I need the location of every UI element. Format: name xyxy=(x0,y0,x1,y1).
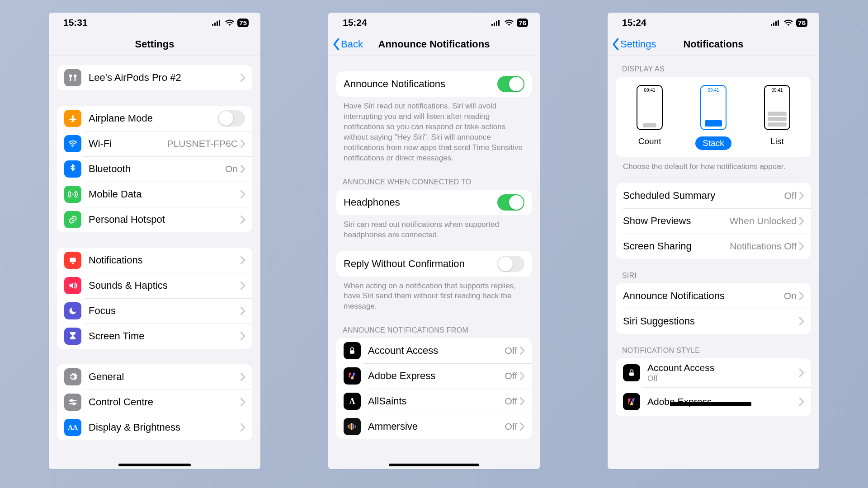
app-row-account[interactable]: Account Access Off xyxy=(336,338,532,363)
home-indicator[interactable] xyxy=(389,464,479,466)
toggle-reply[interactable] xyxy=(497,256,524,272)
battery-indicator: 76 xyxy=(796,19,807,27)
svg-rect-21 xyxy=(771,24,772,26)
settings-row-general[interactable]: General xyxy=(57,364,252,389)
row-suggest[interactable]: Siri Suggestions xyxy=(616,309,811,334)
footer-reply: When acting on a notification that suppo… xyxy=(336,277,532,314)
phone-notifications: 15:24 76 Settings Notifications DISPLAY … xyxy=(608,13,819,469)
chevron-right-icon xyxy=(241,256,245,264)
toggle-headphones[interactable] xyxy=(497,194,524,211)
chevron-right-icon xyxy=(241,282,245,290)
announce-content[interactable]: Announce Notifications Have Siri read ou… xyxy=(328,56,540,469)
row-value: When Unlocked xyxy=(730,216,797,226)
footer-display: Choose the default for how notifications… xyxy=(616,157,811,174)
wifi-icon xyxy=(64,135,81,152)
settings-row-wifi[interactable]: Wi-Fi PLUSNET-FP6C xyxy=(57,131,252,156)
back-button[interactable]: Back xyxy=(328,38,363,50)
settings-row-control[interactable]: Control Centre xyxy=(57,389,252,415)
svg-rect-16 xyxy=(348,425,349,428)
settings-row-sounds[interactable]: Sounds & Haptics xyxy=(57,273,252,298)
row-label: Lee's AirPods Pro #2 xyxy=(89,72,241,84)
display-option-count[interactable]: 09:41 Count xyxy=(637,85,663,150)
svg-rect-15 xyxy=(350,350,354,354)
toggle-announce[interactable] xyxy=(497,76,524,92)
app-sublabel: Off xyxy=(647,374,799,383)
app-icon-adobe xyxy=(623,393,640,410)
chevron-right-icon xyxy=(241,332,245,340)
back-label: Settings xyxy=(620,38,656,50)
notifications-content[interactable]: DISPLAY AS 09:41 Count 09:41 Stack 09:41… xyxy=(608,56,819,469)
app-icon-allsaints: A xyxy=(344,393,361,410)
row-label: Control Centre xyxy=(89,396,241,408)
bluetooth-icon xyxy=(64,160,81,178)
row-label: Screen Sharing xyxy=(623,240,730,252)
moon-icon xyxy=(64,302,81,319)
settings-row-focus[interactable]: Focus xyxy=(57,298,252,324)
style-app-row-account[interactable]: Account Access Off xyxy=(616,358,811,387)
home-indicator[interactable] xyxy=(118,464,191,466)
chevron-right-icon xyxy=(799,398,804,406)
row-screenshare[interactable]: Screen Sharing Notifications Off xyxy=(616,234,811,259)
settings-row-hotspot[interactable]: Personal Hotspot xyxy=(57,207,252,232)
row-label: Scheduled Summary xyxy=(623,190,784,202)
chevron-right-icon xyxy=(241,216,245,224)
svg-rect-25 xyxy=(629,372,634,376)
app-row-allsaints[interactable]: A AllSaints Off xyxy=(336,389,532,414)
display-option-stack[interactable]: 09:41 Stack xyxy=(695,85,731,150)
chevron-right-icon xyxy=(799,217,804,225)
svg-rect-23 xyxy=(775,21,777,26)
app-label: Adobe Express xyxy=(368,370,505,382)
svg-rect-13 xyxy=(496,21,497,26)
row-reply-toggle[interactable]: Reply Without Confirmation xyxy=(336,251,532,277)
row-value: Off xyxy=(784,190,797,201)
settings-row-screentime[interactable]: Screen Time xyxy=(57,324,252,349)
settings-row-airpods[interactable]: Lee's AirPods Pro #2 xyxy=(57,65,252,90)
settings-row-airplane[interactable]: Airplane Mode xyxy=(57,106,252,131)
chevron-right-icon xyxy=(241,165,245,173)
svg-rect-1 xyxy=(214,23,216,26)
app-row-ammersive[interactable]: Ammersive Off xyxy=(336,414,532,439)
display-option-label: Count xyxy=(638,136,661,146)
settings-row-mobiledata[interactable]: Mobile Data xyxy=(57,182,252,207)
chevron-right-icon xyxy=(520,372,524,380)
display-option-label: Stack xyxy=(695,136,731,150)
chevron-right-icon xyxy=(799,317,804,325)
status-time: 15:24 xyxy=(343,17,367,28)
row-announce[interactable]: Announce Notifications On xyxy=(616,283,811,309)
chevron-right-icon xyxy=(241,190,245,198)
app-icon-account xyxy=(344,342,361,359)
svg-rect-18 xyxy=(351,423,353,430)
svg-rect-3 xyxy=(219,20,220,26)
app-value: Off xyxy=(505,345,517,356)
toggle-airplane[interactable] xyxy=(218,110,245,127)
footer-headphones: Siri can read out notifications when sup… xyxy=(336,215,532,242)
gear-icon xyxy=(64,368,81,385)
row-label: Show Previews xyxy=(623,215,730,227)
settings-row-notifications[interactable]: Notifications xyxy=(57,248,252,273)
row-label: Announce Notifications xyxy=(623,290,784,302)
row-label: Announce Notifications xyxy=(344,78,497,90)
row-announce-toggle[interactable]: Announce Notifications xyxy=(336,71,532,97)
chevron-right-icon xyxy=(799,192,804,200)
style-app-row-adobe[interactable]: Adobe Express xyxy=(616,387,811,416)
svg-point-5 xyxy=(72,194,74,195)
chevron-right-icon xyxy=(241,307,245,315)
app-row-adobe[interactable]: Adobe Express Off xyxy=(336,363,532,389)
back-button[interactable]: Settings xyxy=(608,38,656,50)
row-headphones-toggle[interactable]: Headphones xyxy=(336,190,532,215)
wifi-status-icon xyxy=(783,19,793,26)
row-previews[interactable]: Show Previews When Unlocked xyxy=(616,208,811,234)
row-label: Sounds & Haptics xyxy=(89,280,241,291)
settings-content[interactable]: Lee's AirPods Pro #2 Airplane Mode Wi-Fi… xyxy=(49,56,260,469)
svg-rect-12 xyxy=(494,23,495,26)
section-header-from: ANNOUNCE NOTIFICATIONS FROM xyxy=(336,314,532,338)
row-summary[interactable]: Scheduled Summary Off xyxy=(616,183,811,208)
display-option-list[interactable]: 09:41 List xyxy=(764,85,790,150)
wifi-status-icon xyxy=(504,19,514,26)
page-title: Settings xyxy=(49,38,260,50)
settings-row-display[interactable]: AA Display & Brightness xyxy=(57,415,252,440)
cellular-icon xyxy=(771,19,781,26)
settings-row-bluetooth[interactable]: Bluetooth On xyxy=(57,156,252,182)
airplane-icon xyxy=(64,110,81,127)
row-label: Screen Time xyxy=(89,330,241,342)
